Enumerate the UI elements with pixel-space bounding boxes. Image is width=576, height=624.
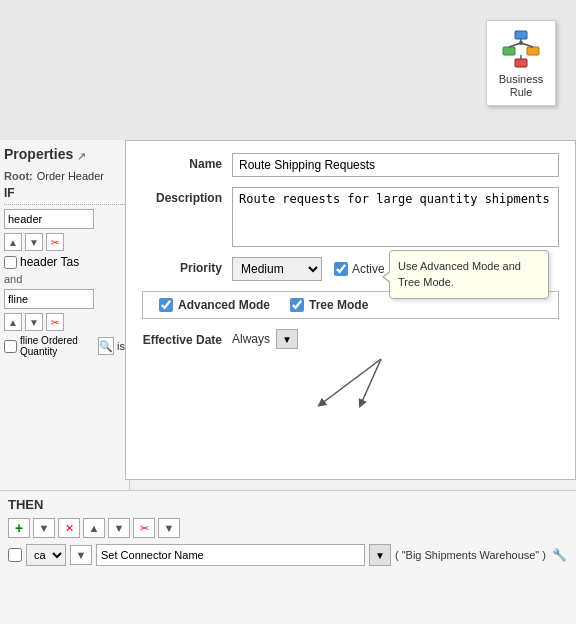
up-btn-2[interactable]: ▲ (4, 313, 22, 331)
connector-dropdown-btn[interactable]: ▼ (369, 544, 391, 566)
effective-date-label: Effective Date (142, 329, 232, 347)
fline-ordered-checkbox[interactable] (4, 340, 17, 353)
call-select[interactable]: call (26, 544, 66, 566)
header-task-row: header Tas (4, 255, 125, 269)
root-row: Root: Order Header (4, 170, 125, 182)
priority-select[interactable]: Low Medium High (232, 257, 322, 281)
description-input[interactable]: Route requests for large quantity shipme… (232, 187, 559, 247)
then-toolbar: + ▼ ✕ ▲ ▼ ✂ ▼ (8, 518, 568, 538)
connector-result-icon: 🔧 (550, 546, 568, 564)
active-check: Active (334, 262, 385, 276)
name-row: Name (142, 153, 559, 177)
header-task-checkbox[interactable] (4, 256, 17, 269)
advanced-mode-item: Advanced Mode (159, 298, 270, 312)
fline-ordered-row: fline Ordered Quantity 🔍 is (4, 335, 125, 357)
call-dropdown[interactable]: ▼ (70, 545, 92, 565)
fline-icon-row: ▲ ▼ ✂ (4, 313, 125, 331)
fline-ordered-label: fline Ordered Quantity (20, 335, 95, 357)
description-label: Description (142, 187, 232, 205)
is-label: is (117, 340, 125, 352)
down-btn-1[interactable]: ▼ (25, 233, 43, 251)
down-btn-2[interactable]: ▼ (25, 313, 43, 331)
active-checkbox[interactable] (334, 262, 348, 276)
active-label: Active (352, 262, 385, 276)
then-row-checkbox[interactable] (8, 548, 22, 562)
effective-date-row: Effective Date Always ▼ (142, 329, 559, 349)
cut-btn[interactable]: ✂ (133, 518, 155, 538)
name-input[interactable] (232, 153, 559, 177)
effective-date-controls: Always ▼ (232, 329, 298, 349)
svg-rect-0 (515, 31, 527, 39)
tree-mode-checkbox[interactable] (290, 298, 304, 312)
callout-arrows (271, 349, 391, 409)
arrow-indicator: ↗ (77, 150, 86, 163)
add-btn[interactable]: + (8, 518, 30, 538)
priority-label: Priority (142, 257, 232, 275)
business-rule-label: Business Rule (493, 73, 549, 99)
root-label: Root: (4, 170, 33, 182)
svg-line-10 (361, 359, 381, 404)
then-call-row: call ▼ ▼ ( "Big Shipments Warehouse" ) 🔧 (8, 544, 568, 566)
callout-text: Use Advanced Mode and Tree Mode. (398, 260, 521, 287)
advanced-mode-checkbox[interactable] (159, 298, 173, 312)
callout-tooltip: Use Advanced Mode and Tree Mode. (389, 250, 549, 299)
up-btn[interactable]: ▲ (83, 518, 105, 538)
effective-date-value: Always (232, 332, 270, 346)
svg-rect-3 (515, 59, 527, 67)
effective-date-dropdown[interactable]: ▼ (276, 329, 298, 349)
fline-input[interactable] (4, 289, 94, 309)
down-btn[interactable]: ▼ (108, 518, 130, 538)
tree-mode-label: Tree Mode (309, 298, 368, 312)
top-bar: Business Rule (0, 0, 576, 140)
business-rule-graphic (501, 29, 541, 69)
if-label: IF (4, 186, 125, 205)
add-dropdown-btn[interactable]: ▼ (33, 518, 55, 538)
advanced-mode-label: Advanced Mode (178, 298, 270, 312)
description-row: Description Route requests for large qua… (142, 187, 559, 247)
properties-label: Properties (4, 146, 73, 162)
then-section: THEN + ▼ ✕ ▲ ▼ ✂ ▼ call ▼ ▼ ( "Big Shipm… (0, 490, 576, 624)
delete-btn[interactable]: ✕ (58, 518, 80, 538)
main-panel: Name Description Route requests for larg… (125, 140, 576, 480)
svg-point-8 (519, 41, 523, 45)
tree-mode-item: Tree Mode (290, 298, 368, 312)
delete-btn-1[interactable]: ✂ (46, 233, 64, 251)
header-task-label: header Tas (20, 255, 79, 269)
connector-result-value: ( "Big Shipments Warehouse" ) (395, 549, 546, 561)
fline-search-btn[interactable]: 🔍 (98, 337, 114, 355)
svg-rect-1 (503, 47, 515, 55)
and-label: and (4, 273, 125, 285)
delete-btn-2[interactable]: ✂ (46, 313, 64, 331)
root-value: Order Header (37, 170, 104, 182)
header-icon-row: ▲ ▼ ✂ (4, 233, 125, 251)
then-label: THEN (8, 497, 568, 512)
priority-controls: Low Medium High Active (232, 257, 385, 281)
svg-line-9 (321, 359, 381, 404)
svg-rect-2 (527, 47, 539, 55)
business-rule-icon: Business Rule (486, 20, 556, 106)
up-btn-1[interactable]: ▲ (4, 233, 22, 251)
more-btn[interactable]: ▼ (158, 518, 180, 538)
name-label: Name (142, 153, 232, 171)
connector-input[interactable] (96, 544, 365, 566)
header-input[interactable] (4, 209, 94, 229)
